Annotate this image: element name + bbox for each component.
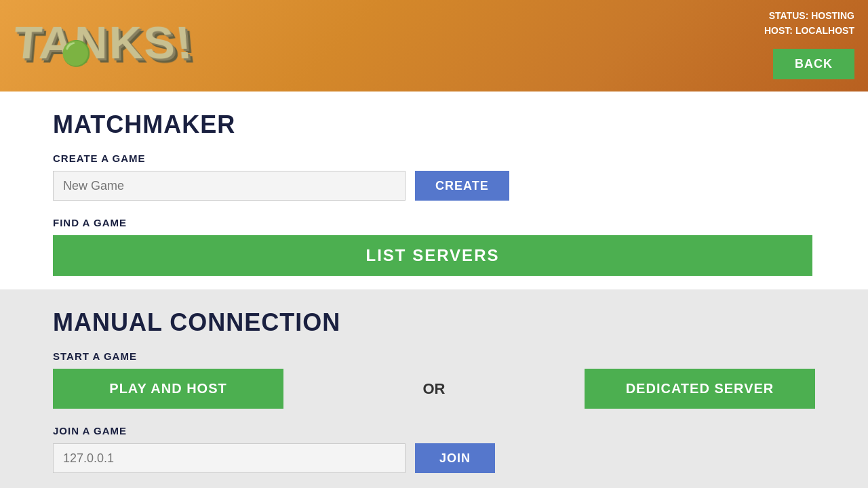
- header-status: STATUS: HOSTING HOST: LOCALHOST: [764, 8, 854, 39]
- join-button[interactable]: JOIN: [415, 443, 495, 473]
- header: TANKS! 🟢 STATUS: HOSTING HOST: LOCALHOST…: [0, 0, 868, 92]
- manual-connection-title: MANUAL CONNECTION: [53, 308, 815, 337]
- matchmaker-section: MATCHMAKER CREATE A GAME CREATE FIND A G…: [0, 92, 868, 289]
- manual-connection-section: MANUAL CONNECTION START A GAME PLAY AND …: [0, 289, 868, 488]
- back-button[interactable]: BACK: [773, 49, 854, 79]
- create-button[interactable]: CREATE: [415, 171, 509, 201]
- play-and-host-button[interactable]: PLAY AND HOST: [53, 369, 283, 409]
- join-game-label: JOIN A GAME: [53, 425, 815, 436]
- or-divider-label: OR: [283, 380, 585, 398]
- ip-address-input[interactable]: [53, 443, 406, 473]
- list-servers-button[interactable]: LIST SERVERS: [53, 235, 812, 276]
- logo-area: TANKS! 🟢: [14, 5, 190, 87]
- tank-icon: 🟢: [61, 39, 92, 68]
- game-name-input[interactable]: [53, 171, 406, 201]
- start-game-label: START A GAME: [53, 350, 815, 362]
- find-game-label: FIND A GAME: [53, 217, 815, 228]
- game-logo: TANKS!: [11, 20, 195, 65]
- matchmaker-title: MATCHMAKER: [53, 110, 815, 139]
- dedicated-server-button[interactable]: DEDICATED SERVER: [585, 369, 815, 409]
- status-line1: STATUS: HOSTING: [764, 8, 854, 23]
- create-game-label: CREATE A GAME: [53, 152, 815, 164]
- join-game-row: JOIN: [53, 443, 815, 473]
- create-game-row: CREATE: [53, 171, 815, 201]
- start-game-row: PLAY AND HOST OR DEDICATED SERVER: [53, 369, 815, 409]
- status-line2: HOST: LOCALHOST: [764, 23, 854, 38]
